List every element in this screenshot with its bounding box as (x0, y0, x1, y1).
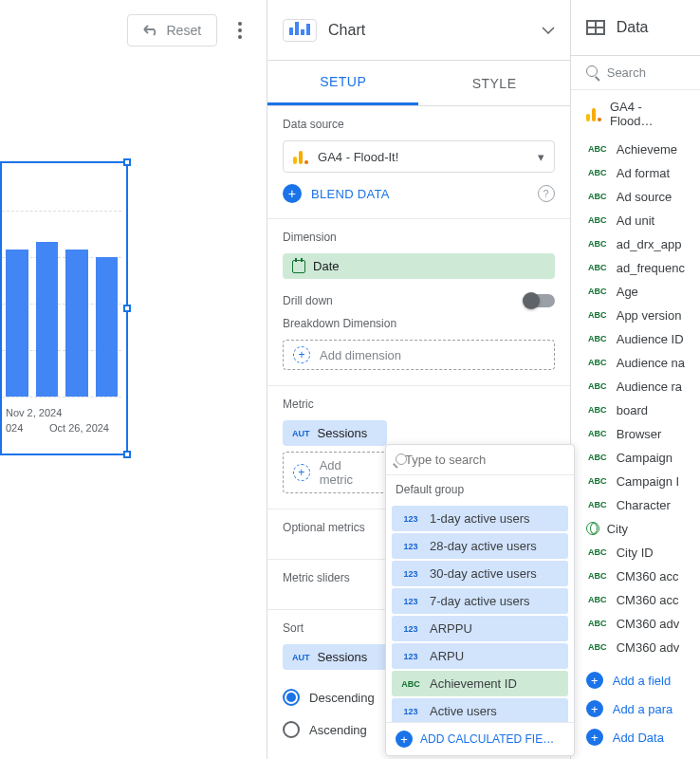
plus-icon: + (283, 184, 302, 203)
field-list-item[interactable]: ABCboard (571, 398, 700, 422)
metric-chip[interactable]: AUT Sessions (283, 420, 387, 446)
plus-icon: + (586, 672, 603, 689)
field-picker-item[interactable]: 123ARPU (392, 643, 568, 669)
abc-type-icon: ABC (586, 619, 609, 628)
metric-label: Metric (283, 398, 555, 411)
tab-setup[interactable]: SETUP (267, 61, 418, 105)
data-source-select[interactable]: GA4 - Flood-It! ▾ (283, 140, 555, 173)
data-search-input[interactable]: Search (571, 56, 700, 90)
chart-bar (36, 242, 59, 397)
field-picker-popup: Default group 1231-day active users12328… (385, 444, 575, 756)
field-list-item[interactable]: ABCAd source (571, 185, 700, 209)
field-picker-item[interactable]: 123ARPPU (392, 616, 568, 641)
field-list-item[interactable]: ABCCampaign (571, 446, 700, 470)
search-icon (586, 65, 599, 79)
field-list-item[interactable]: ABCAd unit (571, 209, 700, 232)
chart-plot (2, 211, 121, 397)
field-list-item[interactable]: ABCAge (571, 280, 700, 304)
properties-panel: Chart SETUP STYLE Data source GA4 - Floo… (267, 0, 571, 759)
add-parameter-button[interactable]: +Add a para (586, 694, 685, 723)
data-source-label: Data source (283, 118, 555, 131)
bar-chart-icon (283, 19, 317, 42)
abc-type-icon: ABC (586, 500, 609, 509)
field-list-item[interactable]: ABCAudience ID (571, 327, 700, 351)
breakdown-label: Breakdown Dimension (283, 317, 555, 330)
resize-handle[interactable] (123, 305, 131, 312)
abc-type-icon: ABC (586, 215, 609, 225)
abc-type-icon: ABC (586, 144, 609, 154)
more-options-icon[interactable] (225, 15, 255, 46)
field-picker-item[interactable]: 1237-day active users (392, 588, 568, 614)
add-metric-button[interactable]: + Add metric (283, 452, 387, 493)
field-picker-item[interactable]: 123Active users (392, 698, 568, 722)
reset-button[interactable]: Reset (127, 14, 217, 46)
field-picker-item[interactable]: 12328-day active users (392, 533, 568, 559)
abc-type-icon: ABC (586, 263, 609, 272)
field-list-item[interactable]: ABCCM360 adv (571, 612, 700, 636)
field-list-item[interactable]: ABCad_frequenc (571, 256, 700, 280)
chevron-down-icon[interactable] (542, 27, 555, 34)
add-field-button[interactable]: +Add a field (586, 666, 685, 694)
abc-type-icon: ABC (586, 334, 609, 343)
abc-type-icon: ABC (586, 168, 609, 177)
field-list-item[interactable]: ABCAd format (571, 161, 700, 185)
field-list-item[interactable]: ABCCM360 adv (571, 636, 700, 658)
tab-style[interactable]: STYLE (418, 61, 569, 105)
field-list-item[interactable]: City (571, 517, 700, 541)
abc-type-icon: ABC (586, 571, 609, 581)
abc-type-icon: ABC (586, 547, 609, 557)
field-list-item[interactable]: ABCCM360 acc (571, 565, 700, 588)
x-axis-labels: Nov 2, 2024 024 Oct 26, 2024 (2, 401, 126, 454)
panel-title: Chart (328, 22, 530, 39)
abc-type-icon: ABC (586, 642, 609, 652)
field-picker-item[interactable]: 12330-day active users (392, 561, 568, 586)
add-calculated-field-button[interactable]: + ADD CALCULATED FIE… (386, 722, 574, 755)
abc-type-icon: ABC (586, 287, 609, 296)
abc-type-icon: ABC (586, 453, 609, 462)
field-list-item[interactable]: ABCCharacter (571, 493, 700, 517)
drill-down-toggle[interactable] (525, 294, 555, 307)
plus-icon: + (293, 464, 310, 481)
add-data-button[interactable]: +Add Data (586, 723, 685, 751)
dimension-chip[interactable]: Date (283, 253, 555, 279)
plus-icon: + (396, 731, 413, 748)
plus-icon: + (586, 700, 603, 717)
table-icon (586, 20, 605, 35)
data-panel-title: Data (617, 19, 685, 36)
field-list-item[interactable]: ABCad_drx_app (571, 232, 700, 256)
field-list-item[interactable]: ABCAudience ra (571, 375, 700, 398)
data-source-name: GA4 - Flood-It! (318, 150, 398, 164)
canvas-area: Reset Nov 2, 2024 024 Oct 26, 2024 (0, 0, 267, 759)
field-list-item[interactable]: ABCApp version (571, 304, 700, 327)
blend-data-button[interactable]: BLEND DATA (311, 187, 390, 201)
field-list-item[interactable]: ABCAudience na (571, 351, 700, 375)
undo-icon (143, 25, 158, 36)
add-dimension-button[interactable]: + Add dimension (283, 340, 555, 370)
calendar-icon (292, 260, 305, 273)
abc-type-icon: ABC (586, 358, 609, 367)
field-picker-item[interactable]: ABCAchievement ID (392, 671, 568, 696)
field-list-item[interactable]: ABCAchieveme (571, 138, 700, 161)
abc-type-icon: ABC (586, 476, 609, 486)
field-list-item[interactable]: ABCBrowser (571, 422, 700, 446)
field-search-input[interactable] (405, 453, 564, 467)
resize-handle[interactable] (123, 158, 131, 166)
chart-bar (65, 250, 88, 397)
selected-chart[interactable]: Nov 2, 2024 024 Oct 26, 2024 (0, 161, 128, 455)
field-list-item[interactable]: ABCCampaign I (571, 470, 700, 493)
abc-type-icon: ABC (586, 595, 609, 604)
ga4-icon (586, 106, 600, 121)
field-picker-item[interactable]: 1231-day active users (392, 506, 568, 531)
data-source-header[interactable]: GA4 - Flood… (571, 90, 700, 138)
help-icon[interactable]: ? (538, 185, 555, 202)
chart-bar (96, 257, 119, 397)
reset-label: Reset (166, 23, 201, 38)
ga4-icon (293, 149, 308, 164)
field-list-item[interactable]: ABCCity ID (571, 541, 700, 565)
sort-field-chip[interactable]: AUT Sessions (283, 644, 387, 670)
field-list-item[interactable]: ABCCM360 acc (571, 588, 700, 612)
plus-icon: + (293, 346, 310, 363)
globe-icon (586, 522, 599, 535)
abc-type-icon: ABC (586, 239, 609, 249)
field-group-label: Default group (386, 475, 574, 504)
